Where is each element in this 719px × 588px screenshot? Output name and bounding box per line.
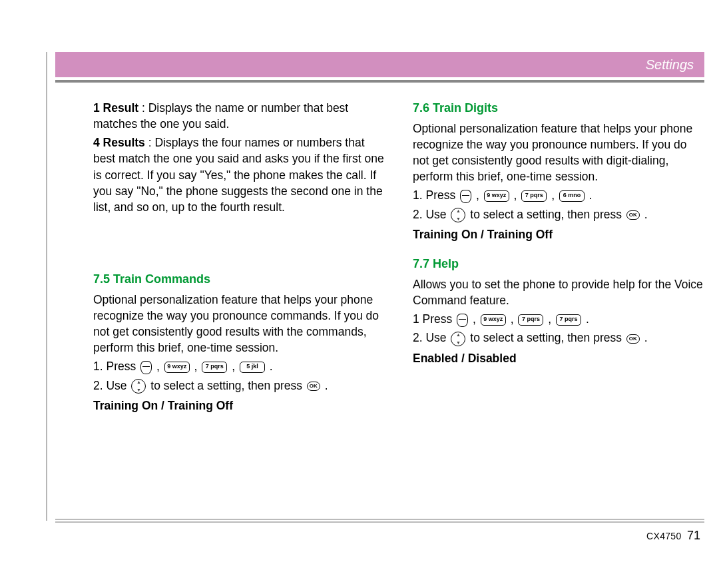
- ok-button-icon: OK: [626, 334, 640, 344]
- step1-pre: 1 Press: [413, 312, 455, 326]
- step2-pre: 2. Use: [413, 208, 449, 221]
- period: .: [270, 360, 273, 373]
- step2-pre: 2. Use: [413, 331, 449, 344]
- paragraph-7-5: Optional personalization feature that he…: [93, 292, 386, 356]
- step-2-7-7: 2. Use to select a setting, then press O…: [413, 330, 706, 346]
- keycap-9wxyz: 9 wxyz: [481, 314, 506, 326]
- step-1-7-6: 1. Press , 9 wxyz , 7 pqrs , 6 mno .: [413, 187, 706, 203]
- heading-7-6: 7.6 Train Digits: [413, 100, 706, 117]
- keycap-5jkl: 5 jkl: [240, 362, 265, 373]
- result-4-label: 4 Results: [93, 136, 145, 149]
- step1-pre: 1. Press: [413, 188, 459, 202]
- step2-pre: 2. Use: [93, 379, 130, 392]
- step-1-7-5: 1. Press , 9 wxyz , 7 pqrs , 5 jkl .: [93, 358, 386, 374]
- result-1-label: 1 Result: [93, 101, 138, 115]
- footer-page-number: 71: [687, 529, 700, 542]
- ok-button-icon: OK: [626, 210, 640, 220]
- heading-7-7: 7.7 Help: [413, 256, 706, 272]
- step2-mid: to select a setting, then press: [470, 208, 625, 221]
- header-divider: [55, 80, 704, 83]
- result-1: 1 Result : Displays the name or number t…: [93, 100, 386, 132]
- comma: ,: [511, 312, 517, 326]
- header-title: Settings: [646, 57, 694, 73]
- period: .: [644, 208, 648, 221]
- ok-button-icon: OK: [307, 382, 320, 391]
- result-4: 4 Results : Displays the four names or n…: [93, 135, 386, 215]
- footer: CX4750 71: [55, 529, 704, 543]
- left-column: 1 Result : Displays the name or number t…: [93, 100, 386, 416]
- comma: ,: [514, 188, 521, 202]
- nav-ring-icon: [451, 208, 465, 222]
- menu-key-icon: [457, 314, 468, 327]
- nav-ring-icon: [131, 379, 146, 394]
- comma: ,: [232, 360, 238, 373]
- page-left-rule: [46, 52, 47, 521]
- period: .: [644, 331, 648, 344]
- step-2-7-5: 2. Use to select a setting, then press O…: [93, 378, 386, 394]
- right-column: 7.6 Train Digits Optional personalizatio…: [413, 100, 706, 416]
- period: .: [586, 312, 589, 326]
- comma: ,: [156, 360, 163, 373]
- page-body: 1 Result : Displays the name or number t…: [93, 100, 706, 416]
- comma: ,: [473, 312, 479, 326]
- step2-mid: to select a setting, then press: [470, 331, 625, 344]
- nav-ring-icon: [451, 332, 465, 346]
- menu-key-icon: [140, 361, 152, 374]
- period: .: [589, 188, 593, 202]
- step-2-7-6: 2. Use to select a setting, then press O…: [413, 206, 706, 222]
- keycap-7pqrs: 7 pqrs: [521, 190, 547, 202]
- comma: ,: [551, 188, 558, 202]
- heading-7-5: 7.5 Train Commands: [93, 271, 386, 288]
- menu-key-icon: [460, 190, 471, 203]
- comma: ,: [194, 360, 201, 373]
- comma: ,: [548, 312, 555, 326]
- keycap-9wxyz: 9 wxyz: [164, 362, 190, 373]
- keycap-7pqrs: 7 pqrs: [518, 314, 543, 326]
- keycap-9wxyz: 9 wxyz: [484, 190, 509, 202]
- setting-7-6: Training On / Training Off: [413, 226, 706, 242]
- paragraph-7-6: Optional personalization feature that he…: [413, 121, 706, 185]
- step2-mid: to select a setting, then press: [150, 379, 306, 392]
- period: .: [325, 379, 328, 392]
- comma: ,: [476, 188, 483, 202]
- step-1-7-7: 1 Press , 9 wxyz , 7 pqrs , 7 pqrs .: [413, 311, 706, 327]
- spacer: [93, 218, 386, 258]
- setting-7-5: Training On / Training Off: [93, 398, 386, 414]
- setting-7-7: Enabled / Disabled: [413, 350, 706, 366]
- step1-pre: 1. Press: [93, 360, 139, 373]
- paragraph-7-7: Allows you to set the phone to provide h…: [413, 276, 706, 308]
- footer-rule-1: [55, 519, 704, 520]
- keycap-7pqrs: 7 pqrs: [556, 314, 581, 326]
- header-bar: Settings: [55, 52, 704, 77]
- footer-rule-2: [55, 521, 704, 523]
- keycap-7pqrs: 7 pqrs: [202, 362, 227, 373]
- keycap-6mno: 6 mno: [559, 190, 585, 202]
- footer-model: CX4750: [646, 531, 681, 541]
- manual-page: Settings 1 Result : Displays the name or…: [0, 0, 719, 588]
